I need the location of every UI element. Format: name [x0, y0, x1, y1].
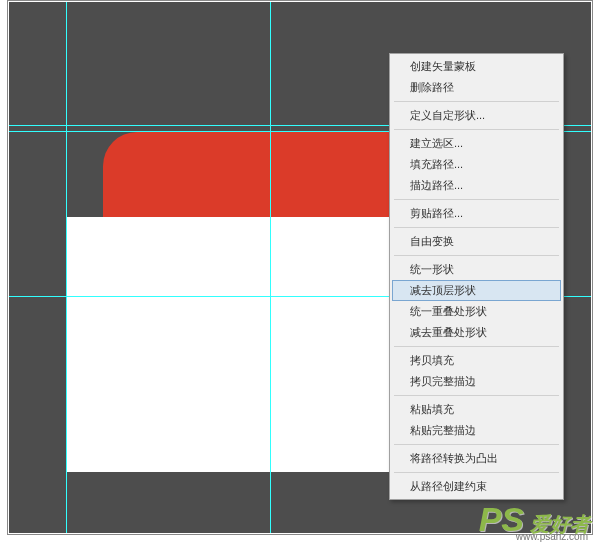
menu-separator	[394, 227, 559, 228]
menu-item[interactable]: 拷贝完整描边	[392, 371, 561, 392]
guide-vertical	[270, 2, 271, 533]
menu-separator	[394, 444, 559, 445]
menu-item[interactable]: 粘贴填充	[392, 399, 561, 420]
menu-separator	[394, 255, 559, 256]
menu-item[interactable]: 自由变换	[392, 231, 561, 252]
menu-separator	[394, 101, 559, 102]
menu-item[interactable]: 定义自定形状...	[392, 105, 561, 126]
context-menu: 创建矢量蒙板删除路径定义自定形状...建立选区...填充路径...描边路径...…	[389, 53, 564, 500]
guide-vertical	[66, 2, 67, 533]
menu-item[interactable]: 创建矢量蒙板	[392, 56, 561, 77]
menu-item[interactable]: 减去重叠处形状	[392, 322, 561, 343]
menu-separator	[394, 199, 559, 200]
menu-item[interactable]: 统一形状	[392, 259, 561, 280]
menu-item[interactable]: 描边路径...	[392, 175, 561, 196]
menu-separator	[394, 129, 559, 130]
menu-item[interactable]: 填充路径...	[392, 154, 561, 175]
menu-item[interactable]: 拷贝填充	[392, 350, 561, 371]
menu-item[interactable]: 建立选区...	[392, 133, 561, 154]
editor-frame: 创建矢量蒙板删除路径定义自定形状...建立选区...填充路径...描边路径...…	[7, 0, 593, 535]
menu-item[interactable]: 粘贴完整描边	[392, 420, 561, 441]
menu-item[interactable]: 从路径创建约束	[392, 476, 561, 497]
menu-separator	[394, 395, 559, 396]
menu-item[interactable]: 减去顶层形状	[392, 280, 561, 301]
menu-separator	[394, 472, 559, 473]
canvas-area[interactable]: 创建矢量蒙板删除路径定义自定形状...建立选区...填充路径...描边路径...…	[9, 2, 591, 533]
menu-item[interactable]: 剪贴路径...	[392, 203, 561, 224]
menu-item[interactable]: 统一重叠处形状	[392, 301, 561, 322]
menu-item[interactable]: 将路径转换为凸出	[392, 448, 561, 469]
menu-item[interactable]: 删除路径	[392, 77, 561, 98]
menu-separator	[394, 346, 559, 347]
